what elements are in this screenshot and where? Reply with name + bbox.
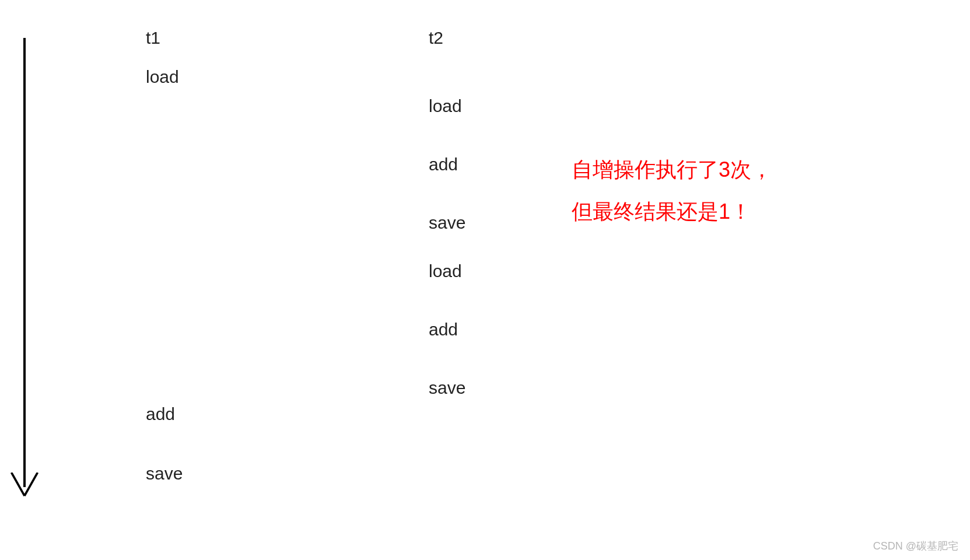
t2-op-add-2: add xyxy=(429,320,458,340)
t1-op-save: save xyxy=(146,464,183,484)
t2-op-load-2: load xyxy=(429,261,462,281)
t1-op-load: load xyxy=(146,67,179,87)
t1-op-add: add xyxy=(146,404,175,424)
annotation-line1: 自增操作执行了3次， xyxy=(572,149,772,191)
timeline-arrow-head xyxy=(9,473,40,502)
t2-op-save-1: save xyxy=(429,213,465,233)
thread2-header: t2 xyxy=(429,28,443,48)
t2-op-save-2: save xyxy=(429,378,465,398)
annotation-line2: 但最终结果还是1！ xyxy=(572,191,772,233)
t2-op-add-1: add xyxy=(429,155,458,174)
timeline-arrow-shaft xyxy=(23,38,26,487)
annotation-text: 自增操作执行了3次， 但最终结果还是1！ xyxy=(572,149,772,233)
thread1-header: t1 xyxy=(146,28,160,48)
svg-line-0 xyxy=(12,473,25,496)
svg-line-1 xyxy=(24,473,38,496)
watermark: CSDN @碳基肥宅 xyxy=(873,539,958,553)
t2-op-load-1: load xyxy=(429,96,462,116)
